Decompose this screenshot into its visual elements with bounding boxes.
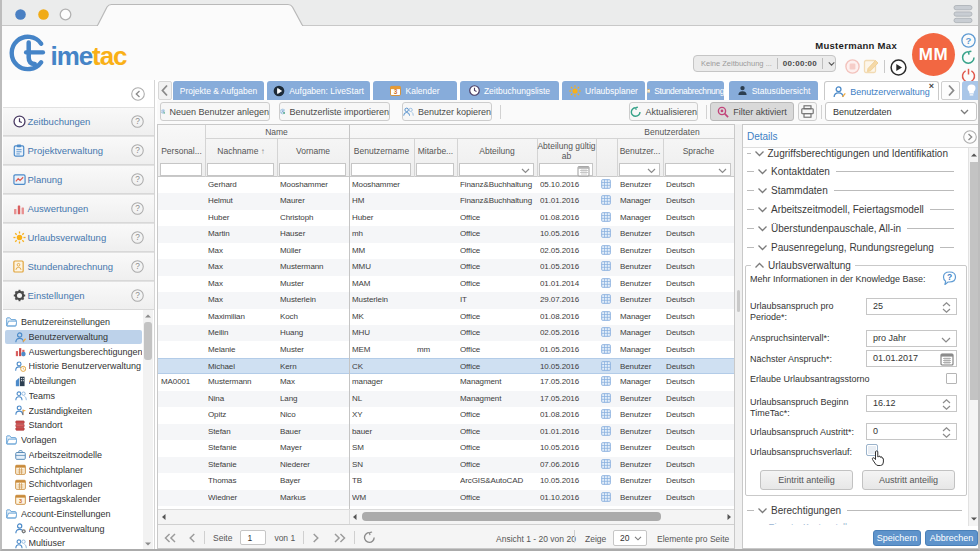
svg-text:?: ? [135,203,140,213]
svg-text:3: 3 [19,498,22,504]
svg-text:ime: ime [51,41,93,71]
svg-text:?: ? [947,272,952,282]
svg-text:3: 3 [394,88,398,95]
svg-text:?: ? [966,35,972,46]
svg-text:?: ? [135,261,140,271]
svg-text:?: ? [135,174,140,184]
svg-text:tac: tac [92,41,127,71]
svg-text:?: ? [135,116,140,126]
svg-text:?: ? [135,145,140,155]
svg-text:?: ? [135,232,140,242]
svg-text:?: ? [135,290,140,300]
